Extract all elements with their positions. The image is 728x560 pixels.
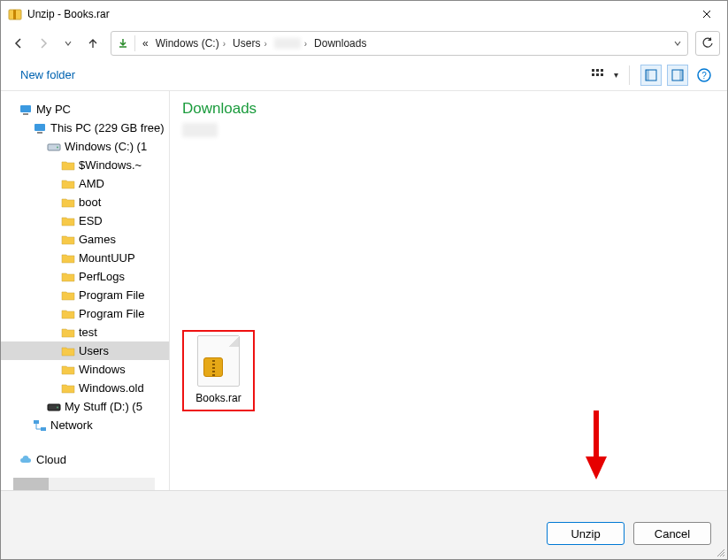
tree-folder[interactable]: boot [1,193,169,211]
svg-rect-1 [13,10,16,19]
tree-root[interactable]: My PC [1,100,169,119]
folder-icon [61,233,75,247]
unzip-button[interactable]: Unzip [547,522,625,545]
folder-icon [61,196,75,210]
drive-icon [47,140,61,154]
svg-rect-3 [596,69,599,72]
tree-folder[interactable]: ESD [1,211,169,230]
forward-button[interactable] [33,33,54,54]
download-location-icon [115,37,131,50]
tree-folder-label: Program File [79,288,144,302]
folder-icon [61,158,75,173]
chevron-right-icon: › [264,39,266,49]
tree-folder-label: MountUUP [79,251,135,265]
back-button[interactable] [8,33,29,54]
svg-rect-23 [41,427,46,431]
tree-folder[interactable]: MountUUP [1,249,169,267]
folder-icon [61,270,75,284]
breadcrumb-item[interactable]: Users› [229,35,271,51]
svg-rect-4 [601,69,603,72]
arrow-left-icon [12,37,25,50]
tree-folder[interactable]: test [1,323,169,341]
help-button[interactable]: ? [694,65,715,86]
svg-rect-7 [601,73,603,76]
breadcrumb-item[interactable]: Windows (C:)› [152,35,229,51]
tree-folder[interactable]: Games [1,230,169,249]
tree-folder[interactable]: PerfLogs [1,267,169,286]
svg-rect-6 [596,73,599,76]
file-item-selected[interactable]: Books.rar [182,330,255,411]
resize-grip-icon[interactable] [715,547,725,557]
scrollbar-thumb[interactable] [13,478,49,490]
preview-pane-button[interactable] [640,65,662,86]
svg-rect-15 [23,113,28,115]
nav-row: « Windows (C:)› Users› › Downloads [1,27,727,59]
toolbar: New folder ▾ ? [1,59,727,91]
tree-folder[interactable]: Users [1,341,169,360]
svg-rect-14 [20,105,31,112]
refresh-button[interactable] [695,31,720,56]
tree-my-stuff[interactable]: My Stuff (D:) (5 [1,397,169,416]
folder-icon [61,363,75,377]
tree-folder-label: Windows [79,363,126,376]
tree-folder-label: ESD [79,214,103,227]
chevron-down-icon [64,39,73,48]
tree-folder-label: AMD [79,177,104,190]
pane-left-icon [645,69,657,81]
app-icon [8,7,22,21]
folder-icon [61,381,75,395]
drive-icon [47,400,61,414]
arrow-right-icon [37,37,50,50]
breadcrumb-overflow[interactable]: « [139,35,152,51]
redacted-text [182,123,218,137]
tree-folder[interactable]: Program File [1,304,169,323]
chevron-down-icon[interactable]: ▾ [614,70,618,80]
cloud-icon [19,453,33,467]
chevron-right-icon: › [223,39,226,49]
monitor-icon [33,121,47,135]
horizontal-scrollbar[interactable] [13,478,155,490]
pc-icon [19,103,33,117]
tree-folder[interactable]: Windows [1,360,169,379]
breadcrumb-item[interactable]: Downloads [310,35,370,51]
tree-folder[interactable]: $Windows.~ [1,156,169,174]
pane-right-icon [671,69,684,81]
content-pane[interactable]: Downloads Books.rar [170,91,727,490]
tree-cloud[interactable]: Cloud [1,450,169,469]
tree-folder-label: $Windows.~ [79,158,142,172]
folder-icon [61,326,75,340]
tree-this-pc[interactable]: This PC (229 GB free) [1,119,169,137]
svg-rect-17 [37,132,42,134]
recent-dropdown[interactable] [57,33,79,54]
rar-file-icon [197,335,240,387]
tree-folder[interactable]: AMD [1,174,169,193]
main-area: My PC This PC (229 GB free) Windows (C:)… [1,91,727,490]
new-folder-button[interactable]: New folder [13,65,82,85]
svg-point-19 [57,146,58,148]
folder-icon [61,344,75,358]
up-button[interactable] [82,33,103,54]
tree-folder[interactable]: Program File [1,286,169,304]
close-button[interactable] [686,1,727,27]
details-pane-button[interactable] [667,65,688,86]
chevron-down-icon [673,39,682,48]
tree-folder[interactable]: Windows.old [1,379,169,397]
tree-folder-label: PerfLogs [79,270,125,283]
refresh-icon [701,37,714,50]
tree-drive[interactable]: Windows (C:) (1 [1,137,169,156]
breadcrumb-item[interactable]: › [271,36,310,50]
svg-rect-22 [34,420,39,424]
cancel-button[interactable]: Cancel [633,522,711,545]
window-title: Unzip - Books.rar [27,8,110,20]
folder-icon [61,177,75,191]
address-dropdown[interactable] [671,39,684,48]
folder-icon [61,214,75,228]
folder-heading: Downloads [182,100,715,118]
tree-folder-label: Program File [79,307,144,320]
svg-rect-9 [646,70,649,81]
view-options-button[interactable] [587,65,609,86]
address-bar[interactable]: « Windows (C:)› Users› › Downloads [111,31,688,56]
folder-tree[interactable]: My PC This PC (229 GB free) Windows (C:)… [1,91,169,490]
tree-network[interactable]: Network [1,416,169,434]
file-name-label: Books.rar [195,392,241,404]
